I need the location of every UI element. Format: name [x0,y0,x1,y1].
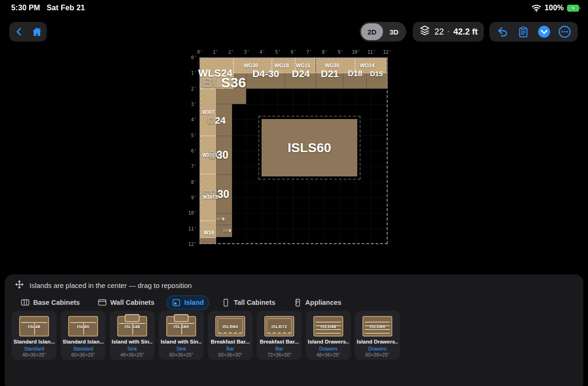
catalog-item-isld60[interactable]: ISLD60Island Drawers...Drawers60×36×25" [355,311,400,360]
cabinet-label: WG30 [325,63,339,68]
ruler-label: 2' [187,86,197,92]
item-dimensions: 48×36×25" [308,352,349,358]
catalog-item-isls60[interactable]: ISLS60Island with Sin...Sink60×36×25" [159,311,204,360]
catalog-item-isl48[interactable]: ISL48Standard Islan...Standard48×36×25" [12,311,57,360]
appliance-icon [293,298,302,307]
cabinet-label: D15 [370,70,383,77]
item-name: Standard Islan... [14,339,55,344]
cabinet-label: D30 [209,150,228,161]
cabinet-label: W18 [204,230,214,235]
nav-pill [9,22,47,42]
item-thumbnail: ISLD48 [313,316,343,337]
cabinet-label: D4-30 [252,69,279,78]
item-thumbnail: ISLB72 [264,316,294,337]
cabinet-label: WG15 [296,63,310,68]
cabinet-label: W36T [202,110,215,115]
item-name: Standard Islan... [63,339,104,344]
ruler-label: 4' [257,49,268,55]
cabinet-label: WG30 [243,63,258,68]
catalog-item-isls48[interactable]: ISLS48Island with Sin...Sink48×36×25" [110,311,155,360]
item-thumbnail: ISL48 [19,316,49,337]
clipboard-button[interactable] [515,24,531,40]
item-code: ISL48 [20,317,48,336]
cabinet-label: D21 [321,69,339,78]
item-thumbnail: ISL60 [68,316,98,337]
item-category: Standard [14,346,55,351]
item-name: Breakfast Bar... [259,339,300,344]
tab-base-cabinets[interactable]: Base Cabinets [15,295,85,310]
floor-plan-canvas[interactable]: 0'1'2'3'4'5'6'7'8'9'10'11'12'0'1'2'3'4'5… [0,45,588,264]
ruler-label: 1' [210,49,220,55]
ruler-label: 6' [187,148,197,154]
ruler-label: 1' [187,70,197,76]
item-name: Island with Sin... [112,339,153,344]
battery-charging-icon [567,5,581,12]
total-length: 42.2 ft [453,27,478,37]
ruler-label: 11' [187,226,197,232]
item-name: Island with Sin... [161,339,202,344]
tab-appliances[interactable]: Appliances [288,295,347,310]
plan-info: 22 · 42.2 ft [413,22,484,42]
ruler-label: 9' [187,195,197,201]
item-category: Sink [112,346,153,351]
tab-tall-cabinets[interactable]: Tall Cabinets [216,295,281,310]
item-dimensions: 60×36×25" [63,352,104,358]
ruler-label: 6' [289,49,299,55]
item-category: Bar [210,346,251,351]
cabinet-label: D24 [292,69,310,78]
cabinet-label: WO24 [360,63,374,68]
category-tabs: Base CabinetsWall CabinetsIslandTall Cab… [15,295,347,310]
item-name: Island Drawers... [308,339,349,344]
tab-label: Base Cabinets [33,299,80,306]
island-icon [172,298,181,307]
item-code: ISLS60 [167,317,195,336]
catalog-item-isld48[interactable]: ISLD48Island Drawers...Drawers48×36×25" [306,311,351,360]
catalog-item-islb60[interactable]: ISLB60Breakfast Bar...Bar60×36×30" [208,311,253,360]
ruler-label: 10' [187,211,197,216]
action-toolbar [489,22,578,42]
ruler-label: 5' [273,49,283,55]
item-code: ISLD60 [363,317,391,336]
ruler-label: 8' [319,49,330,55]
view-toggle-2d[interactable]: 2D [361,23,383,40]
back-button[interactable] [11,24,27,40]
more-button[interactable] [557,24,573,40]
catalog-item-islb72[interactable]: ISLB72Breakfast Bar...Bar72×36×30" [257,311,302,360]
item-name: Island Drawers... [357,339,398,344]
status-bar: 5:30 PM Sat Feb 21 100% [0,4,588,14]
undo-button[interactable] [495,24,510,40]
confirm-button[interactable] [536,24,552,40]
island-label: ISLS60 [288,141,331,154]
view-toggle: 2D 3D [360,22,406,42]
ruler-label: 0' [195,49,205,55]
catalog-items: ISL48Standard Islan...Standard48×36×25"I… [12,311,400,360]
tab-island[interactable]: Island [166,295,209,310]
item-category: Sink [161,346,202,351]
window-icon [98,298,107,307]
tall-rect-icon [221,298,230,307]
cabinet-label: BF9 [223,229,231,233]
cabinet-label: WG18 [274,63,289,68]
item-thumbnail: ISLD60 [362,316,392,337]
ruler-label: 12' [382,49,392,55]
item-thumbnail: ISLB60 [215,316,245,337]
status-date: Sat Feb 21 [47,4,85,12]
catalog-item-isl60[interactable]: ISL60Standard Islan...Standard60×36×25" [61,311,106,360]
item-thumbnail: ISLS48 [117,316,147,337]
columns-icon [21,298,30,307]
home-button[interactable] [29,24,45,40]
tab-wall-cabinets[interactable]: Wall Cabinets [92,295,160,310]
placement-hint: Islands are placed in the center — drag … [29,281,192,289]
item-dimensions: 48×36×25" [112,352,153,358]
item-category: Drawers [357,346,398,351]
ruler-label: 0' [187,55,197,61]
item-code: ISLB72 [265,317,293,336]
move-icon [15,280,24,291]
item-name: Breakfast Bar... [210,339,251,344]
wifi-icon [531,4,541,12]
item-code: ISLD48 [314,317,342,336]
layers-icon [419,25,431,39]
item-category: Bar [259,346,300,351]
tab-label: Island [184,299,204,306]
view-toggle-3d[interactable]: 3D [383,23,405,40]
